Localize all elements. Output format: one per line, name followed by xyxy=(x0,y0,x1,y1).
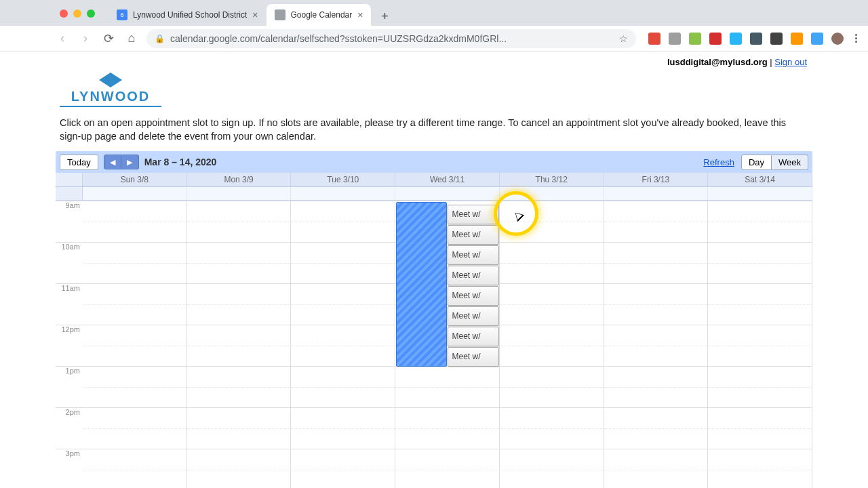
appointment-slot[interactable]: Meet w/ xyxy=(448,327,499,346)
allday-cell[interactable] xyxy=(395,187,500,200)
close-icon[interactable]: × xyxy=(357,9,363,20)
hour-cell[interactable] xyxy=(500,325,604,366)
hour-cell[interactable] xyxy=(83,407,186,449)
url-bar[interactable]: 🔒 calendar.google.com/calendar/selfsched… xyxy=(146,29,636,48)
day-column[interactable]: Meet w/Meet w/Meet w/Meet w/Meet w/Meet … xyxy=(395,201,500,488)
appointment-slot[interactable]: Meet w/ xyxy=(448,225,499,245)
extension-icon[interactable] xyxy=(730,33,742,45)
hour-cell[interactable] xyxy=(83,283,186,325)
allday-cell[interactable] xyxy=(708,187,812,200)
extension-icon[interactable] xyxy=(689,33,701,45)
hour-cell[interactable] xyxy=(604,201,708,242)
hour-cell[interactable] xyxy=(708,407,812,449)
hour-cell[interactable] xyxy=(187,449,291,488)
hour-cell[interactable] xyxy=(291,242,395,283)
close-icon[interactable]: × xyxy=(252,9,258,20)
day-column[interactable] xyxy=(187,201,292,488)
hour-cell[interactable] xyxy=(708,283,812,325)
day-column[interactable] xyxy=(500,201,604,488)
hour-cell[interactable] xyxy=(604,407,708,449)
hour-cell[interactable] xyxy=(708,325,812,366)
appointment-slot[interactable]: Meet w/ xyxy=(448,347,499,367)
tab-lynwood[interactable]: 6 Lynwood Unified School District × xyxy=(108,4,267,26)
hour-cell[interactable] xyxy=(83,242,186,283)
nav-home-button[interactable]: ⌂ xyxy=(123,30,140,47)
nav-back-button[interactable]: ‹ xyxy=(54,30,71,47)
hour-cell[interactable] xyxy=(500,407,604,449)
extension-icon[interactable] xyxy=(669,33,681,45)
refresh-link[interactable]: Refresh xyxy=(703,157,734,167)
hour-cell[interactable] xyxy=(83,325,186,366)
hour-cell[interactable] xyxy=(604,366,708,407)
nav-forward-button[interactable]: › xyxy=(77,30,94,47)
hour-cell[interactable] xyxy=(83,201,186,242)
hour-cell[interactable] xyxy=(500,283,604,325)
hour-cell[interactable] xyxy=(708,449,812,488)
window-zoom-button[interactable] xyxy=(87,9,95,18)
hour-cell[interactable] xyxy=(291,325,395,366)
nav-reload-button[interactable]: ⟳ xyxy=(100,30,117,47)
hour-cell[interactable] xyxy=(291,283,395,325)
hour-cell[interactable] xyxy=(291,407,395,449)
hour-cell[interactable] xyxy=(187,201,291,242)
hour-cell[interactable] xyxy=(500,242,604,283)
extension-icon[interactable] xyxy=(750,33,762,45)
hour-cell[interactable] xyxy=(187,325,291,366)
appointment-slot[interactable]: Meet w/ xyxy=(448,306,499,326)
hour-cell[interactable] xyxy=(604,242,708,283)
hour-cell[interactable] xyxy=(395,366,499,407)
extension-icon[interactable] xyxy=(791,33,803,45)
hour-cell[interactable] xyxy=(187,242,291,283)
window-close-button[interactable] xyxy=(60,9,68,18)
window-minimize-button[interactable] xyxy=(73,9,81,18)
day-column[interactable] xyxy=(291,201,395,488)
tab-google-calendar[interactable]: Google Calendar × xyxy=(267,4,372,26)
next-week-button[interactable]: ▶ xyxy=(121,155,139,169)
day-column[interactable] xyxy=(83,201,187,488)
view-day-button[interactable]: Day xyxy=(741,155,772,170)
hour-cell[interactable] xyxy=(187,283,291,325)
new-tab-button[interactable]: + xyxy=(375,7,394,26)
appointment-slot[interactable]: Meet w/ xyxy=(448,266,499,285)
hour-cell[interactable] xyxy=(83,366,186,407)
appointment-slot[interactable]: Meet w/ xyxy=(448,245,499,265)
extension-icon[interactable] xyxy=(709,33,722,45)
appointment-slot[interactable]: Meet w/ xyxy=(448,286,499,306)
day-column[interactable] xyxy=(708,201,812,488)
appointment-slot[interactable]: Meet w/ xyxy=(448,205,499,224)
hour-cell[interactable] xyxy=(187,407,291,449)
extension-icon[interactable] xyxy=(770,33,783,45)
extension-icon[interactable] xyxy=(831,33,844,45)
hour-cell[interactable] xyxy=(708,242,812,283)
hour-cell[interactable] xyxy=(395,407,499,449)
allday-cell[interactable] xyxy=(83,187,187,200)
allday-cell[interactable] xyxy=(187,187,292,200)
hour-cell[interactable] xyxy=(708,201,812,242)
bookmark-star-icon[interactable]: ☆ xyxy=(619,33,628,44)
hour-cell[interactable] xyxy=(500,201,604,242)
hour-cell[interactable] xyxy=(708,366,812,407)
today-button[interactable]: Today xyxy=(60,155,98,170)
view-week-button[interactable]: Week xyxy=(772,155,808,170)
day-column[interactable] xyxy=(604,201,709,488)
hour-cell[interactable] xyxy=(291,366,395,407)
hour-cell[interactable] xyxy=(187,366,291,407)
hour-cell[interactable] xyxy=(83,449,186,488)
browser-menu-button[interactable] xyxy=(850,34,861,43)
allday-cell[interactable] xyxy=(604,187,709,200)
prev-week-button[interactable]: ◀ xyxy=(104,155,121,169)
hour-cell[interactable] xyxy=(291,201,395,242)
busy-event-block[interactable] xyxy=(396,202,447,367)
hour-cell[interactable] xyxy=(291,449,395,488)
hour-cell[interactable] xyxy=(395,449,499,488)
allday-cell[interactable] xyxy=(500,187,604,200)
allday-cell[interactable] xyxy=(291,187,395,200)
hour-cell[interactable] xyxy=(500,366,604,407)
hour-cell[interactable] xyxy=(604,325,708,366)
hour-cell[interactable] xyxy=(604,283,708,325)
hour-cell[interactable] xyxy=(604,449,708,488)
extension-icon[interactable] xyxy=(648,33,660,45)
sign-out-link[interactable]: Sign out xyxy=(774,57,807,67)
extension-icon[interactable] xyxy=(811,33,823,45)
hour-cell[interactable] xyxy=(500,449,604,488)
